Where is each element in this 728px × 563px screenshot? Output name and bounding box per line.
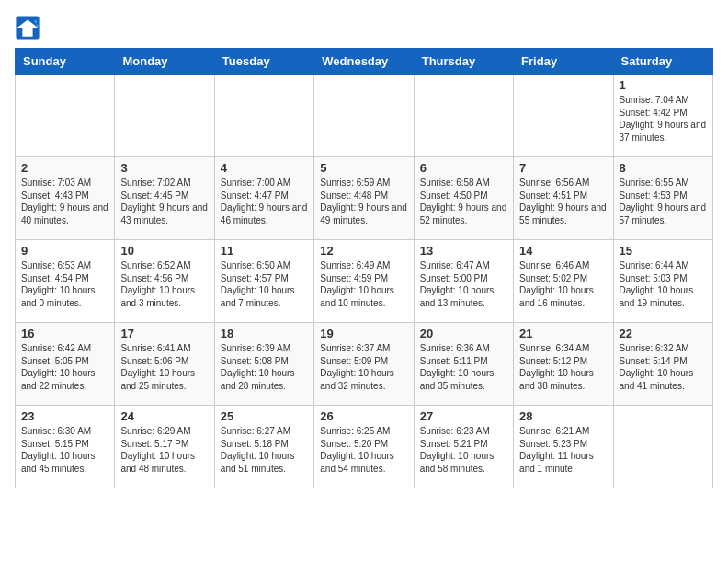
column-header-saturday: Saturday (613, 49, 712, 75)
day-info: Sunrise: 7:00 AM Sunset: 4:47 PM Dayligh… (221, 177, 308, 226)
calendar-cell: 9Sunrise: 6:53 AM Sunset: 4:54 PM Daylig… (16, 240, 115, 323)
day-info: Sunrise: 6:49 AM Sunset: 4:59 PM Dayligh… (320, 259, 407, 309)
day-info: Sunrise: 7:03 AM Sunset: 4:43 PM Dayligh… (21, 177, 108, 226)
calendar-cell: 11Sunrise: 6:50 AM Sunset: 4:57 PM Dayli… (214, 240, 313, 323)
day-info: Sunrise: 6:50 AM Sunset: 4:57 PM Dayligh… (221, 259, 308, 309)
calendar-week-5: 23Sunrise: 6:30 AM Sunset: 5:15 PM Dayli… (16, 406, 713, 488)
calendar-cell: 26Sunrise: 6:25 AM Sunset: 5:20 PM Dayli… (314, 406, 414, 488)
day-info: Sunrise: 6:59 AM Sunset: 4:48 PM Dayligh… (320, 177, 407, 226)
calendar-cell: 3Sunrise: 7:02 AM Sunset: 4:45 PM Daylig… (115, 157, 214, 240)
day-number: 2 (21, 161, 108, 175)
calendar-cell: 12Sunrise: 6:49 AM Sunset: 4:59 PM Dayli… (314, 240, 414, 323)
day-number: 26 (320, 409, 407, 423)
day-number: 25 (221, 409, 308, 423)
calendar-cell: 27Sunrise: 6:23 AM Sunset: 5:21 PM Dayli… (414, 406, 513, 488)
calendar-cell (613, 406, 712, 488)
day-number: 11 (221, 244, 308, 258)
calendar-cell: 24Sunrise: 6:29 AM Sunset: 5:17 PM Dayli… (115, 406, 214, 488)
column-header-thursday: Thursday (414, 49, 513, 75)
calendar-header-row: SundayMondayTuesdayWednesdayThursdayFrid… (16, 49, 713, 75)
calendar-cell: 22Sunrise: 6:32 AM Sunset: 5:14 PM Dayli… (613, 323, 712, 406)
calendar-week-1: 1Sunrise: 7:04 AM Sunset: 4:42 PM Daylig… (16, 75, 713, 157)
day-info: Sunrise: 6:25 AM Sunset: 5:20 PM Dayligh… (320, 425, 407, 475)
calendar-cell (214, 75, 313, 157)
column-header-monday: Monday (115, 49, 214, 75)
day-number: 12 (320, 244, 407, 258)
calendar-cell: 1Sunrise: 7:04 AM Sunset: 4:42 PM Daylig… (613, 75, 712, 157)
day-number: 1 (620, 78, 707, 92)
day-number: 6 (420, 161, 507, 175)
day-number: 7 (519, 161, 607, 175)
calendar-cell: 25Sunrise: 6:27 AM Sunset: 5:18 PM Dayli… (214, 406, 313, 488)
day-number: 15 (620, 244, 707, 258)
day-number: 9 (21, 244, 108, 258)
day-info: Sunrise: 6:30 AM Sunset: 5:15 PM Dayligh… (21, 425, 108, 475)
column-header-wednesday: Wednesday (314, 49, 414, 75)
day-info: Sunrise: 6:21 AM Sunset: 5:23 PM Dayligh… (519, 425, 607, 475)
day-info: Sunrise: 6:47 AM Sunset: 5:00 PM Dayligh… (420, 259, 507, 309)
day-number: 16 (21, 327, 108, 340)
calendar-cell (414, 75, 513, 157)
day-number: 3 (120, 161, 208, 175)
day-info: Sunrise: 7:04 AM Sunset: 4:42 PM Dayligh… (620, 94, 707, 144)
calendar-cell: 8Sunrise: 6:55 AM Sunset: 4:53 PM Daylig… (613, 157, 712, 240)
calendar-cell: 17Sunrise: 6:41 AM Sunset: 5:06 PM Dayli… (115, 323, 214, 406)
calendar-cell (16, 75, 115, 157)
day-number: 19 (320, 327, 407, 340)
column-header-sunday: Sunday (16, 49, 115, 75)
calendar-week-2: 2Sunrise: 7:03 AM Sunset: 4:43 PM Daylig… (16, 157, 713, 240)
calendar-cell: 15Sunrise: 6:44 AM Sunset: 5:03 PM Dayli… (613, 240, 712, 323)
calendar-body: 1Sunrise: 7:04 AM Sunset: 4:42 PM Daylig… (16, 75, 713, 488)
day-number: 27 (420, 409, 507, 423)
day-info: Sunrise: 6:34 AM Sunset: 5:12 PM Dayligh… (519, 342, 607, 392)
day-info: Sunrise: 6:55 AM Sunset: 4:53 PM Dayligh… (620, 177, 707, 226)
day-info: Sunrise: 6:56 AM Sunset: 4:51 PM Dayligh… (519, 177, 607, 226)
calendar-cell: 14Sunrise: 6:46 AM Sunset: 5:02 PM Dayli… (514, 240, 613, 323)
column-header-tuesday: Tuesday (214, 49, 313, 75)
day-info: Sunrise: 6:29 AM Sunset: 5:17 PM Dayligh… (120, 425, 208, 475)
calendar-cell: 28Sunrise: 6:21 AM Sunset: 5:23 PM Dayli… (514, 406, 613, 488)
calendar-week-3: 9Sunrise: 6:53 AM Sunset: 4:54 PM Daylig… (16, 240, 713, 323)
logo (15, 15, 44, 40)
calendar-cell: 6Sunrise: 6:58 AM Sunset: 4:50 PM Daylig… (414, 157, 513, 240)
day-info: Sunrise: 6:58 AM Sunset: 4:50 PM Dayligh… (420, 177, 507, 226)
day-info: Sunrise: 6:41 AM Sunset: 5:06 PM Dayligh… (120, 342, 208, 392)
day-info: Sunrise: 6:32 AM Sunset: 5:14 PM Dayligh… (620, 342, 707, 392)
day-number: 10 (120, 244, 208, 258)
day-number: 18 (221, 327, 308, 340)
calendar-cell: 19Sunrise: 6:37 AM Sunset: 5:09 PM Dayli… (314, 323, 414, 406)
day-info: Sunrise: 6:42 AM Sunset: 5:05 PM Dayligh… (21, 342, 108, 392)
day-info: Sunrise: 6:44 AM Sunset: 5:03 PM Dayligh… (620, 259, 707, 309)
calendar-cell: 23Sunrise: 6:30 AM Sunset: 5:15 PM Dayli… (16, 406, 115, 488)
day-number: 22 (620, 327, 707, 340)
calendar-cell: 13Sunrise: 6:47 AM Sunset: 5:00 PM Dayli… (414, 240, 513, 323)
calendar-cell: 20Sunrise: 6:36 AM Sunset: 5:11 PM Dayli… (414, 323, 513, 406)
calendar-cell: 5Sunrise: 6:59 AM Sunset: 4:48 PM Daylig… (314, 157, 414, 240)
day-info: Sunrise: 6:37 AM Sunset: 5:09 PM Dayligh… (320, 342, 407, 392)
day-info: Sunrise: 6:46 AM Sunset: 5:02 PM Dayligh… (519, 259, 607, 309)
day-info: Sunrise: 6:27 AM Sunset: 5:18 PM Dayligh… (221, 425, 308, 475)
day-number: 4 (221, 161, 308, 175)
day-number: 5 (320, 161, 407, 175)
calendar-cell: 18Sunrise: 6:39 AM Sunset: 5:08 PM Dayli… (214, 323, 313, 406)
calendar-cell: 7Sunrise: 6:56 AM Sunset: 4:51 PM Daylig… (514, 157, 613, 240)
day-number: 20 (420, 327, 507, 340)
calendar-cell: 4Sunrise: 7:00 AM Sunset: 4:47 PM Daylig… (214, 157, 313, 240)
day-number: 24 (120, 409, 208, 423)
day-number: 14 (519, 244, 607, 258)
day-info: Sunrise: 7:02 AM Sunset: 4:45 PM Dayligh… (120, 177, 208, 226)
day-info: Sunrise: 6:23 AM Sunset: 5:21 PM Dayligh… (420, 425, 507, 475)
calendar-cell (514, 75, 613, 157)
day-number: 23 (21, 409, 108, 423)
day-number: 8 (620, 161, 707, 175)
column-header-friday: Friday (514, 49, 613, 75)
calendar-week-4: 16Sunrise: 6:42 AM Sunset: 5:05 PM Dayli… (16, 323, 713, 406)
calendar-cell: 16Sunrise: 6:42 AM Sunset: 5:05 PM Dayli… (16, 323, 115, 406)
calendar-table: SundayMondayTuesdayWednesdayThursdayFrid… (15, 48, 713, 488)
logo-icon (15, 15, 40, 40)
day-number: 13 (420, 244, 507, 258)
day-info: Sunrise: 6:36 AM Sunset: 5:11 PM Dayligh… (420, 342, 507, 392)
calendar-cell (314, 75, 414, 157)
day-number: 17 (120, 327, 208, 340)
day-info: Sunrise: 6:39 AM Sunset: 5:08 PM Dayligh… (221, 342, 308, 392)
